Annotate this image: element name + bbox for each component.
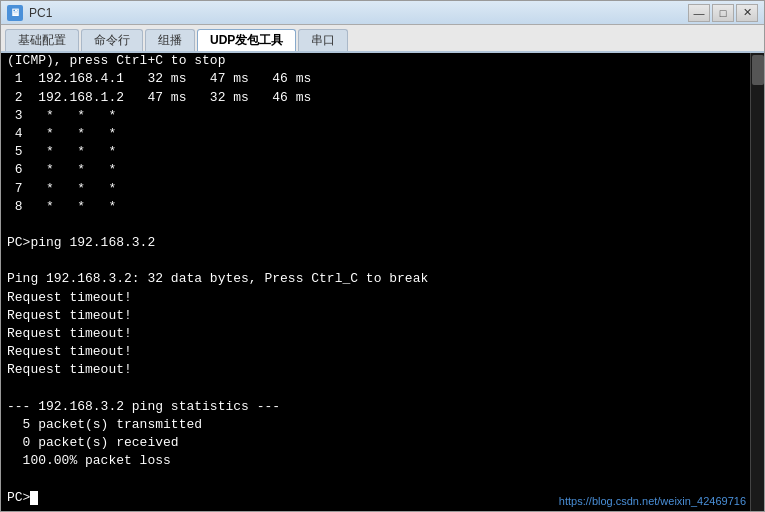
tab-basic[interactable]: 基础配置 <box>5 29 79 51</box>
window-icon: 🖥 <box>7 5 23 21</box>
title-controls: — □ ✕ <box>688 4 758 22</box>
terminal-cursor <box>30 491 38 505</box>
terminal-container: traceroute to 192.168.3.2, 8 hops max (I… <box>1 53 764 511</box>
tab-cmd[interactable]: 命令行 <box>81 29 143 51</box>
title-bar: 🖥 PC1 — □ ✕ <box>1 1 764 25</box>
maximize-button[interactable]: □ <box>712 4 734 22</box>
title-bar-left: 🖥 PC1 <box>7 5 52 21</box>
watermark: https://blog.csdn.net/weixin_42469716 <box>559 495 746 507</box>
icon-text: 🖥 <box>10 7 20 18</box>
scrollbar-thumb[interactable] <box>752 55 764 85</box>
tab-serial[interactable]: 串口 <box>298 29 348 51</box>
close-button[interactable]: ✕ <box>736 4 758 22</box>
tab-multicast[interactable]: 组播 <box>145 29 195 51</box>
tab-bar: 基础配置 命令行 组播 UDP发包工具 串口 <box>1 25 764 53</box>
scrollbar[interactable] <box>750 53 764 511</box>
terminal-output[interactable]: traceroute to 192.168.3.2, 8 hops max (I… <box>1 53 764 511</box>
window-title: PC1 <box>29 6 52 20</box>
minimize-button[interactable]: — <box>688 4 710 22</box>
tab-udp[interactable]: UDP发包工具 <box>197 29 296 51</box>
main-window: 🖥 PC1 — □ ✕ 基础配置 命令行 组播 UDP发包工具 串口 trace… <box>0 0 765 512</box>
